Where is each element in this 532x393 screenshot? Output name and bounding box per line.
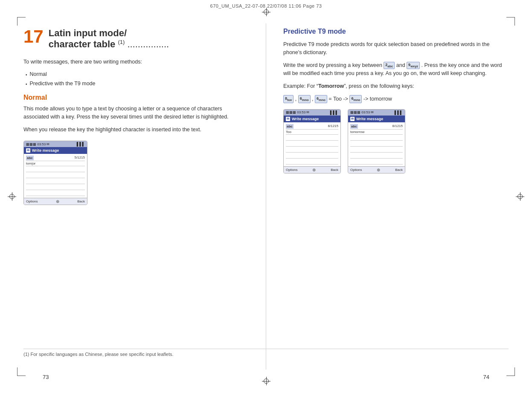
phone-typed-text-3: tomorrow xyxy=(350,130,403,135)
phone-btn-right-2: Back xyxy=(331,168,338,172)
phone3-line-2 xyxy=(350,142,403,147)
phone3-line-4 xyxy=(350,153,403,159)
key-sub-mno2: mno xyxy=(319,98,326,102)
chapter-number: 17 xyxy=(23,28,44,46)
t9-para2-pre: Write the word by pressing a key between xyxy=(283,62,382,68)
phone-btn-left-2: Options xyxy=(286,168,298,172)
chapter-title: Latin input mode/ character table (1) ..… xyxy=(49,28,169,50)
phone-btn-right-3: Back xyxy=(395,168,403,172)
phone-bottom-bar-2: Options ⊕ Back xyxy=(284,166,340,173)
example-label: Example: For “Tomorrow”, press on the fo… xyxy=(283,82,509,90)
phone-input-label-2: abc xyxy=(286,124,294,129)
phone-counter-2: 8/1215 xyxy=(328,124,338,129)
cross-right xyxy=(516,192,524,201)
phone-bottom-bar-1: Options ⊕ Back xyxy=(24,198,87,205)
bullet-text-1: Normal xyxy=(30,70,47,78)
list-item: • Normal xyxy=(26,70,249,78)
key-badge-2abc: 2abc xyxy=(384,62,395,69)
seq-eq: = Too -> xyxy=(329,96,349,102)
key-sequence-line: 8tuv , 6mno , 6mno = Too -> 6mno -> tomo… xyxy=(283,95,509,103)
phone-status-bar-3: ▩▩▩ 03:53 ✉ ▌▌▌ xyxy=(348,110,405,116)
phone-title-icon-3: ✉ xyxy=(350,117,355,121)
phone-bottom-bar-3: Options ⊕ Back xyxy=(348,166,405,173)
seq-sep1: , xyxy=(295,96,298,102)
key-sub-mno1: mno xyxy=(302,98,309,102)
list-item: • Predictive with the T9 mode xyxy=(26,80,249,88)
normal-para1: This mode allows you to type a text by c… xyxy=(23,105,249,121)
key-badge-9wxyz: 9wxyz xyxy=(407,62,420,69)
column-divider xyxy=(266,23,266,370)
key-sub-wxyz: wxyz xyxy=(410,64,418,68)
phone-signal-2: ▌▌▌ xyxy=(330,110,338,115)
phone-title-text-1: Write message xyxy=(32,148,59,153)
phone-title-icon-2: ✉ xyxy=(286,117,290,121)
phone-input-row-2: abc 8/1215 xyxy=(286,124,338,130)
chapter-title-line2: character table xyxy=(49,39,116,50)
left-column: 17 Latin input mode/ character table (1)… xyxy=(23,23,249,370)
phone-input-label-1: abc xyxy=(26,156,34,160)
t9-para2-mid: and xyxy=(396,62,407,68)
key-sub-tuv: tuv xyxy=(287,98,292,102)
phone-value-2: Too xyxy=(286,130,291,134)
phone-mockup-2: ▩▩▩ 03:53 ✉ ▌▌▌ ✉ Write message abc 8/12… xyxy=(283,109,341,173)
phone2-line-5 xyxy=(286,159,338,165)
key-8tuv: 8tuv xyxy=(283,95,294,103)
chapter-title-line1: Latin input mode/ xyxy=(49,28,127,38)
phone2-line-2 xyxy=(286,142,338,147)
footnote-text: (1) For specific languages as Chinese, p… xyxy=(23,352,174,357)
phone-typed-text-1: tom|or xyxy=(26,161,85,166)
phone-status-time-1: ▩▩▩ 03:53 ✉ xyxy=(26,142,49,146)
seq-sep2: , xyxy=(312,96,315,102)
t9-para2: Write the word by pressing a key between… xyxy=(283,61,509,78)
page-numbers: 73 74 xyxy=(0,374,532,380)
bullet-text-2: Predictive with the T9 mode xyxy=(30,80,96,88)
phone-signal-3: ▌▌▌ xyxy=(395,110,403,115)
t9-para1: Predictive T9 mode predicts words for qu… xyxy=(283,40,509,57)
bullet-list: • Normal • Predictive with the T9 mode xyxy=(23,70,249,88)
phone-line-1 xyxy=(26,167,85,172)
phone-line-5 xyxy=(26,191,85,196)
chapter-superscript: (1) xyxy=(118,39,125,45)
phone-counter-1: 5/1215 xyxy=(75,156,85,160)
phone-title-bar-2: ✉ Write message xyxy=(284,116,340,122)
phone3-line-1 xyxy=(350,136,403,141)
phone-title-icon-1: ✉ xyxy=(26,148,30,153)
phone-line-4 xyxy=(26,185,85,190)
phone-input-row-3: abc 8/1215 xyxy=(350,124,403,130)
right-column: Predictive T9 mode Predictive T9 mode pr… xyxy=(283,23,509,370)
phone-value-3: tomorrow xyxy=(350,130,364,134)
bullet-dot-2: • xyxy=(26,81,27,88)
print-header: 670_UM_USA_22-07-08 22/07/08 11:06 Page … xyxy=(210,3,322,9)
phone-nav-icon-1: ⊕ xyxy=(56,199,59,204)
chapter-heading: 17 Latin input mode/ character table (1)… xyxy=(23,28,249,50)
phone-typed-text-2: Too xyxy=(286,130,338,135)
key-sub-mno3: mno xyxy=(353,98,360,102)
phone2-line-4 xyxy=(286,153,338,159)
key-6mno-2: 6mno xyxy=(315,95,327,103)
phone-counter-3: 8/1215 xyxy=(392,124,403,129)
phone-title-bar-3: ✉ Write message xyxy=(348,116,405,122)
chapter-title-block: Latin input mode/ character table (1) ..… xyxy=(49,28,169,50)
phone-btn-left-3: Options xyxy=(350,168,362,172)
phone-status-time-3: ▩▩▩ 03:53 ✉ xyxy=(350,110,374,114)
example-bold-word: Tomorrow xyxy=(318,83,344,89)
phone3-line-3 xyxy=(350,147,403,153)
phone-status-bar-1: ▩▩▩ 03:53 ✉ ▌▌▌ xyxy=(24,141,87,147)
phone-status-time-2: ▩▩▩ 03:53 ✉ xyxy=(286,110,309,114)
cross-left xyxy=(8,192,16,201)
page-number-right: 74 xyxy=(483,374,489,380)
normal-para2: When you release the key the highlighted… xyxy=(23,126,249,134)
phone-input-area-3: abc 8/1215 tomorrow xyxy=(348,122,405,166)
phone-input-label-3: abc xyxy=(350,124,358,129)
chapter-dots: ................ xyxy=(127,39,169,50)
phone-input-row-1: abc 5/1215 xyxy=(26,155,85,161)
key-6mno-1: 6mno xyxy=(298,95,311,103)
phone2-line-3 xyxy=(286,147,338,153)
seq-arrow: -> tomorrow xyxy=(363,96,392,102)
section-heading-t9: Predictive T9 mode xyxy=(283,28,509,35)
page-number-left: 73 xyxy=(43,374,49,380)
phone-mockup-3: ▩▩▩ 03:53 ✉ ▌▌▌ ✉ Write message abc 8/12… xyxy=(348,109,405,173)
phone2-line-1 xyxy=(286,136,338,141)
phone-btn-left-1: Options xyxy=(26,199,38,203)
bullet-dot-1: • xyxy=(26,72,27,78)
